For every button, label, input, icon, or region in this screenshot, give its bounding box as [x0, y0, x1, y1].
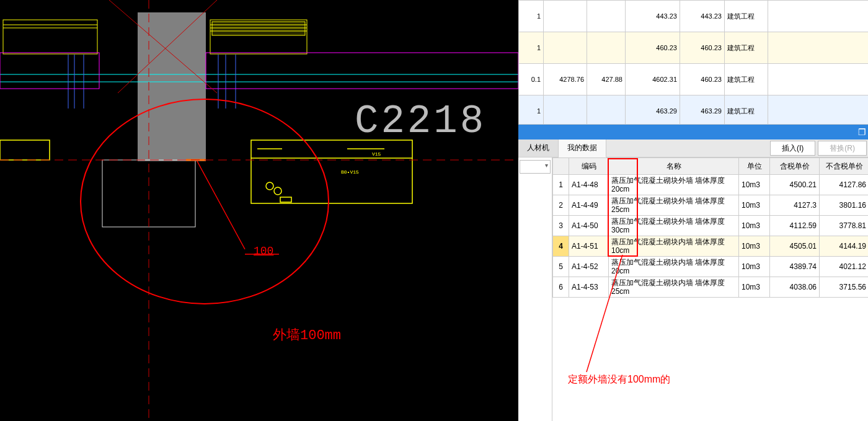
table-row[interactable]: 3A1-4-50蒸压加气混凝土砌块外墙 墙体厚度30cm10m34112.593…	[553, 216, 869, 236]
cad-small-label-1: B0•V15	[341, 169, 359, 175]
upper-grid-row[interactable]: 1463.29463.29建筑工程	[519, 95, 869, 125]
cad-drawing	[0, 0, 518, 421]
col-price-tax[interactable]: 含税单价	[770, 158, 820, 175]
replace-button[interactable]: 替换(R)	[818, 141, 867, 156]
svg-rect-18	[206, 53, 518, 89]
insert-button[interactable]: 插入(I)	[770, 141, 815, 156]
upper-grid-row[interactable]: 1443.23443.23建筑工程	[519, 1, 869, 32]
col-code[interactable]: 编码	[569, 158, 609, 175]
right-panel: 1443.23443.23建筑工程 1460.23460.23建筑工程 0.14…	[518, 0, 868, 421]
upper-grid-row[interactable]: 1460.23460.23建筑工程	[519, 32, 869, 64]
lower-grid[interactable]: 编码 名称 单位 含税单价 不含税单价 1A1-4-48蒸压加气混凝土砌块外墙 …	[552, 157, 868, 421]
cad-annotation-label: 外墙100mm	[273, 326, 341, 344]
svg-rect-17	[0, 53, 99, 89]
cad-small-label-2: V15	[372, 151, 381, 157]
table-row[interactable]: 4A1-4-51蒸压加气混凝土砌块内墙 墙体厚度10cm10m34505.014…	[553, 236, 869, 257]
table-row[interactable]: 1A1-4-48蒸压加气混凝土砌块外墙 墙体厚度20cm10m34500.214…	[553, 175, 869, 195]
svg-point-23	[274, 187, 281, 195]
upper-grid[interactable]: 1443.23443.23建筑工程 1460.23460.23建筑工程 0.14…	[518, 0, 868, 125]
upper-grid-row[interactable]: 0.14278.76427.884602.31460.23建筑工程	[519, 64, 869, 95]
table-row[interactable]: 6A1-4-53蒸压加气混凝土砌块内墙 墙体厚度25cm10m34038.063…	[553, 277, 869, 298]
tab-rencaiji[interactable]: 人材机	[518, 140, 559, 157]
svg-line-32	[197, 161, 245, 249]
col-price-notax[interactable]: 不含税单价	[820, 158, 869, 175]
maximize-icon[interactable]: ❐	[857, 127, 867, 137]
tab-mydata[interactable]: 我的数据	[559, 140, 606, 157]
table-row[interactable]: 5A1-4-52蒸压加气混凝土砌块内墙 墙体厚度20cm10m34389.744…	[553, 257, 869, 277]
cad-dimension-value: 100	[254, 245, 273, 257]
divider-bar: ❐	[518, 125, 868, 140]
tab-bar: 人材机 我的数据 插入(I) 替换(R)	[518, 140, 868, 157]
svg-point-22	[266, 182, 273, 190]
filter-dropdown[interactable]	[520, 160, 551, 174]
svg-rect-24	[280, 197, 291, 202]
cad-viewport[interactable]: C2218 100 外墙100mm B0•V15 V15	[0, 0, 518, 421]
svg-rect-5	[212, 22, 305, 35]
filter-sidebar	[518, 157, 552, 421]
svg-rect-19	[0, 140, 50, 160]
col-idx[interactable]	[553, 158, 569, 175]
col-unit[interactable]: 单位	[739, 158, 770, 175]
cad-ref-label: C2218	[355, 99, 486, 144]
col-name[interactable]: 名称	[609, 158, 739, 175]
table-row[interactable]: 2A1-4-49蒸压加气混凝土砌块外墙 墙体厚度25cm10m34127.338…	[553, 195, 869, 216]
svg-rect-0	[138, 12, 206, 161]
